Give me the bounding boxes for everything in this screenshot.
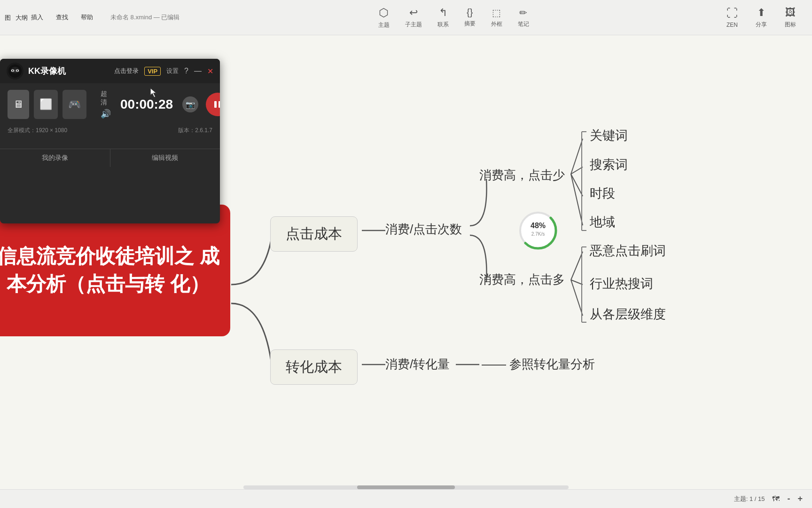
kk-quality-label: 超清 (101, 90, 111, 107)
toolbar-figure[interactable]: 🖼 图标 (778, 3, 803, 32)
kk-help-btn[interactable]: ? (184, 67, 188, 75)
kk-bottom-bar: 我的录像 编辑视频 (0, 149, 220, 167)
kk-mode-game[interactable]: 🎮 (62, 90, 86, 119)
zen-label: ZEN (726, 22, 738, 28)
toolbar-items: ⬡ 主题 ↩ 子主题 ↰ 联系 {} 摘要 ⬚ 外框 ✏ 笔记 (187, 2, 720, 33)
kk-recorder-window: KK录像机 点击登录 VIP 设置 ? — ✕ 🖥 ⬜ 🎮 超清 🔊 00 (0, 59, 220, 223)
toolbar-right: ⛶ ZEN ⬆ 分享 🖼 图标 (720, 3, 812, 32)
share-label: 分享 (756, 21, 767, 29)
central-node[interactable]: 信息流竞价收徒培训之 成本分析（点击与转 化） (0, 205, 230, 336)
kk-edit-video-btn[interactable]: 编辑视频 (110, 149, 220, 167)
summary-label: 摘要 (464, 20, 476, 28)
kk-camera-btn[interactable]: 📷 (182, 96, 198, 112)
kk-info-row: 全屏模式：1920 × 1080 版本：2.6.1.7 (8, 127, 212, 135)
toolbar-share[interactable]: ⬆ 分享 (749, 3, 773, 32)
kk-login-text[interactable]: 点击登录 (114, 67, 139, 75)
kk-settings-btn[interactable]: 设置 (166, 67, 179, 75)
kk-title-right: 点击登录 VIP 设置 ? — ✕ (114, 67, 213, 76)
convert-right-label: —— 参照转化量分析 (482, 356, 595, 373)
kk-close-btn[interactable]: ✕ (207, 67, 213, 76)
figure-icon: 🖼 (785, 7, 796, 19)
toolbar-zen[interactable]: ⛶ ZEN (720, 3, 744, 32)
leaf-time-period: 时段 (590, 185, 615, 202)
convert-mid-label: 消费/转化量 (385, 356, 450, 373)
leaf-search-word: 搜索词 (590, 156, 628, 173)
kk-sound-icon: 🔊 (101, 109, 111, 119)
app-title: 未命名 8.xmind — 已编辑 (108, 11, 182, 24)
summary-icon: {} (467, 7, 473, 18)
scroll-thumb[interactable] (357, 485, 454, 489)
high-click-low-label: 消费高，点击少 (479, 167, 565, 183)
leaf-region: 地域 (590, 214, 615, 230)
toolbar-connect[interactable]: ↰ 联系 (431, 3, 455, 32)
menu-insert[interactable]: 插入 (28, 11, 46, 24)
kk-title-left: KK录像机 (7, 63, 66, 79)
child-icon: ↩ (409, 7, 418, 19)
kk-my-recordings-btn[interactable]: 我的录像 (0, 149, 110, 167)
menu-text-items: 插入 查找 帮助 未命名 8.xmind — 已编辑 (23, 11, 187, 24)
kk-titlebar: KK录像机 点击登录 VIP 设置 ? — ✕ (0, 59, 220, 83)
high-click-multi-label: 消费高，点击多 (479, 271, 565, 288)
kk-mode-screen[interactable]: 🖥 (8, 90, 29, 119)
svg-rect-11 (214, 101, 217, 108)
toolbar-outline[interactable]: ⬚ 外框 (484, 3, 509, 32)
menu-help[interactable]: 帮助 (78, 11, 96, 24)
svg-point-9 (12, 70, 14, 71)
share-icon: ⬆ (757, 7, 765, 19)
kk-minimize-btn[interactable]: — (194, 67, 202, 75)
notes-icon: ✏ (519, 7, 527, 18)
svg-point-10 (17, 70, 18, 71)
toolbar-child[interactable]: ↩ 子主题 (398, 3, 429, 32)
connect-icon: ↰ (439, 7, 447, 19)
zoom-out-btn[interactable]: - (787, 494, 790, 504)
kk-version: 版本：2.6.1.7 (178, 127, 212, 135)
notes-label: 笔记 (518, 20, 529, 28)
zen-icon: ⛶ (726, 7, 738, 20)
branch-click-cost[interactable]: 点击成本 (270, 216, 358, 252)
toolbar-theme[interactable]: ⬡ 主题 (372, 2, 396, 33)
view-icon-label[interactable]: 图 (5, 14, 11, 22)
kk-quality-group: 超清 🔊 (101, 90, 111, 119)
click-mid-label: 消费/点击次数 (385, 221, 462, 238)
leaf-keyword: 关键词 (590, 127, 628, 144)
kk-vip-badge[interactable]: VIP (144, 67, 161, 76)
outline-label[interactable]: 大纲 (16, 14, 28, 22)
toolbar-summary[interactable]: {} 摘要 (458, 3, 482, 32)
child-label: 子主题 (405, 21, 422, 29)
svg-text:2.7K/s: 2.7K/s (531, 231, 545, 237)
scroll-track[interactable] (243, 485, 568, 489)
theme-label: 主题 (378, 21, 390, 29)
connect-label: 联系 (437, 21, 449, 29)
kk-app-name: KK录像机 (28, 65, 66, 77)
kk-content: 🖥 ⬜ 🎮 超清 🔊 00:00:28 📷 (0, 83, 220, 141)
menu-bar: 图 大纲 插入 查找 帮助 未命名 8.xmind — 已编辑 ⬡ 主题 ↩ 子… (0, 0, 812, 35)
kk-mode-buttons: 🖥 ⬜ 🎮 超清 🔊 00:00:28 📷 (8, 90, 212, 119)
kk-pause-btn[interactable] (206, 93, 220, 116)
svg-rect-12 (219, 101, 220, 108)
zoom-in-btn[interactable]: + (797, 494, 803, 504)
branch-convert-cost[interactable]: 转化成本 (270, 349, 358, 385)
leaf-hot-search: 行业热搜词 (590, 275, 653, 292)
menu-find[interactable]: 查找 (53, 11, 71, 24)
figure-label: 图标 (785, 21, 796, 29)
status-bar: 主题: 1 / 15 🗺 - + (0, 489, 812, 508)
map-icon: 🗺 (772, 495, 780, 503)
kk-timer: 00:00:28 (120, 97, 173, 112)
kk-screen-mode: 全屏模式：1920 × 1080 (8, 127, 67, 135)
toolbar-notes[interactable]: ✏ 笔记 (511, 3, 536, 32)
outline-item-label: 外框 (491, 20, 502, 28)
left-menu: 图 大纲 (0, 0, 28, 35)
theme-icon: ⬡ (379, 6, 389, 19)
leaf-multi-level: 从各层级维度 (590, 306, 666, 323)
kk-controls: 📷 (182, 93, 220, 116)
kk-mode-window[interactable]: ⬜ (34, 90, 58, 119)
leaf-malicious-click: 恶意点击刷词 (590, 242, 666, 259)
progress-circle: 48% 2.7K/s (517, 209, 559, 252)
kk-logo (7, 63, 23, 79)
outline-icon: ⬚ (492, 7, 501, 18)
topic-count: 主题: 1 / 15 (734, 495, 765, 503)
svg-text:48%: 48% (531, 222, 546, 230)
